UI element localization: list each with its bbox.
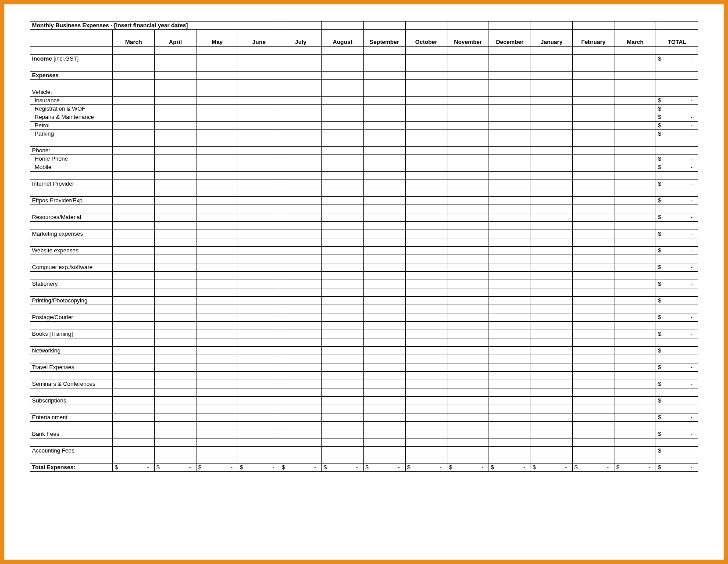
month-cell[interactable]: [154, 147, 196, 155]
spacer-cell-12[interactable]: [572, 338, 614, 347]
month-cell[interactable]: [321, 413, 363, 422]
month-cell[interactable]: [238, 347, 280, 355]
spacer-cell-4[interactable]: [238, 272, 280, 280]
total-month-cell[interactable]: $-: [321, 463, 363, 472]
month-cell[interactable]: [238, 97, 280, 105]
month-cell[interactable]: [364, 430, 405, 438]
spacer-cell-8[interactable]: [405, 138, 447, 147]
month-cell[interactable]: [405, 122, 447, 130]
month-cell[interactable]: [154, 230, 196, 238]
spacer-cell-2[interactable]: [154, 238, 196, 247]
row-total-cell[interactable]: $-: [656, 297, 698, 305]
spacer-cell-14[interactable]: [656, 47, 698, 55]
spacer-cell-5[interactable]: [280, 338, 321, 347]
spacer-cell-0[interactable]: [30, 222, 113, 230]
spacer-cell-2[interactable]: [154, 305, 196, 313]
month-cell[interactable]: [154, 347, 196, 355]
spacer-cell-10[interactable]: [489, 188, 531, 197]
spacer-cell-10[interactable]: [489, 222, 531, 230]
spacer-cell-11[interactable]: [531, 388, 572, 397]
month-cell[interactable]: [614, 430, 656, 438]
spacer-cell-12[interactable]: [572, 272, 614, 280]
month-cell[interactable]: [280, 380, 321, 388]
month-cell[interactable]: [196, 347, 238, 355]
month-cell[interactable]: [113, 113, 154, 122]
spacer-cell-1[interactable]: [113, 222, 154, 230]
month-cell[interactable]: [614, 122, 656, 130]
month-cell[interactable]: [280, 155, 321, 163]
spacer-cell-2[interactable]: [154, 47, 196, 55]
spacer-cell-10[interactable]: [489, 47, 531, 55]
spacer-cell-7[interactable]: [364, 188, 405, 197]
spacer-cell-1[interactable]: [113, 322, 154, 330]
month-cell[interactable]: [113, 380, 154, 388]
row-total-cell[interactable]: $-: [656, 430, 698, 438]
spacer-cell-0[interactable]: [30, 438, 113, 447]
spacer-cell-11[interactable]: [531, 305, 572, 313]
month-cell[interactable]: [489, 122, 531, 130]
spacer-cell-0[interactable]: [30, 172, 113, 180]
month-cell[interactable]: [113, 363, 154, 372]
month-cell[interactable]: [614, 347, 656, 355]
spacer-cell-7[interactable]: [364, 322, 405, 330]
spacer-cell-4[interactable]: [238, 322, 280, 330]
month-cell[interactable]: [238, 180, 280, 188]
month-cell[interactable]: [364, 72, 405, 80]
spacer-cell-4[interactable]: [238, 172, 280, 180]
spacer-cell-2[interactable]: [154, 255, 196, 263]
blank-cell-5[interactable]: [280, 30, 321, 38]
spacer-cell-6[interactable]: [321, 255, 363, 263]
month-cell[interactable]: [447, 347, 489, 355]
month-cell[interactable]: [447, 155, 489, 163]
spacer-cell-9[interactable]: [447, 63, 489, 72]
spacer-cell-10[interactable]: [489, 322, 531, 330]
spacer-cell-6[interactable]: [321, 205, 363, 213]
month-cell[interactable]: [154, 88, 196, 97]
month-cell[interactable]: [614, 105, 656, 113]
month-cell[interactable]: [280, 313, 321, 322]
row-total-cell[interactable]: [656, 147, 698, 155]
spacer-cell-2[interactable]: [154, 172, 196, 180]
month-cell[interactable]: [489, 263, 531, 272]
month-cell[interactable]: [113, 280, 154, 288]
row-total-cell[interactable]: $-: [656, 380, 698, 388]
month-cell[interactable]: [531, 397, 572, 405]
spacer-cell-5[interactable]: [280, 63, 321, 72]
month-cell[interactable]: [280, 297, 321, 305]
month-cell[interactable]: [405, 163, 447, 172]
spacer-cell-12[interactable]: [572, 188, 614, 197]
month-cell[interactable]: [447, 97, 489, 105]
month-cell[interactable]: [154, 430, 196, 438]
month-cell[interactable]: [447, 447, 489, 455]
spacer-cell-4[interactable]: [238, 288, 280, 297]
month-cell[interactable]: [614, 155, 656, 163]
month-cell[interactable]: [321, 363, 363, 372]
month-cell[interactable]: [238, 147, 280, 155]
month-cell[interactable]: [405, 330, 447, 338]
spacer-cell-11[interactable]: [531, 47, 572, 55]
row-total-cell[interactable]: $-: [656, 130, 698, 138]
month-cell[interactable]: [447, 55, 489, 63]
total-month-cell[interactable]: $-: [531, 463, 572, 472]
month-cell[interactable]: [572, 447, 614, 455]
month-cell[interactable]: [364, 313, 405, 322]
month-cell[interactable]: [238, 213, 280, 222]
spacer-cell-4[interactable]: [238, 238, 280, 247]
spacer-cell-9[interactable]: [447, 188, 489, 197]
spacer-cell-5[interactable]: [280, 388, 321, 397]
spacer-cell-11[interactable]: [531, 205, 572, 213]
spacer-cell-8[interactable]: [405, 188, 447, 197]
month-cell[interactable]: [447, 113, 489, 122]
month-cell[interactable]: [196, 330, 238, 338]
row-total-cell[interactable]: [656, 88, 698, 97]
spacer-cell-13[interactable]: [614, 47, 656, 55]
spacer-cell-8[interactable]: [405, 272, 447, 280]
spacer-cell-5[interactable]: [280, 355, 321, 363]
spacer-cell-3[interactable]: [196, 47, 238, 55]
month-cell[interactable]: [364, 247, 405, 255]
spacer-cell-0[interactable]: [30, 272, 113, 280]
spacer-cell-2[interactable]: [154, 322, 196, 330]
month-cell[interactable]: [531, 347, 572, 355]
spacer-cell-4[interactable]: [238, 63, 280, 72]
spacer-cell-5[interactable]: [280, 47, 321, 55]
